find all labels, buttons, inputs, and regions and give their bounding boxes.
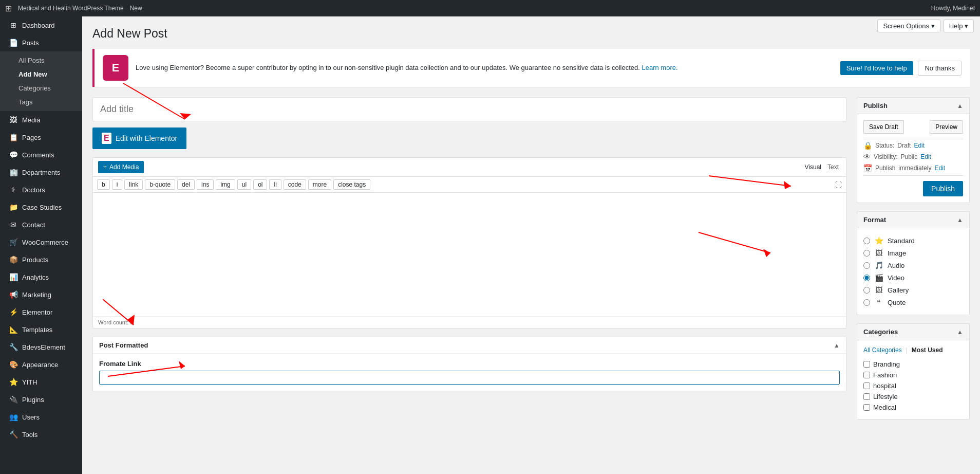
publish-panel-body: Save Draft Preview 🔒 Status: Draft Edit … [857, 114, 969, 203]
sidebar-item-pages[interactable]: 📋 Pages [0, 129, 82, 146]
format-radio-gallery[interactable] [863, 287, 870, 294]
editor-toolbar-buttons: bilinkb-quotedelinsimgulollicodemoreclos… [93, 177, 846, 193]
dashboard-icon: ⊞ [9, 21, 18, 29]
sidebar-label-products: Products [22, 256, 48, 264]
sidebar-item-case-studies[interactable]: 📁 Case Studies [0, 198, 82, 216]
format-option-standard[interactable]: ⭐ Standard [863, 234, 963, 247]
format-icon-gallery: 🖼 [874, 286, 883, 294]
category-checkbox-medical[interactable] [863, 404, 870, 411]
site-name: Medical and Health WordPress Theme [18, 5, 124, 12]
tab-text[interactable]: Text [825, 162, 841, 172]
toolbar-btn-close-tags[interactable]: close tags [333, 179, 370, 190]
post-formatted-header[interactable]: Post Formatted ▲ [93, 337, 846, 354]
sidebar-item-all-posts[interactable]: All Posts [0, 53, 82, 67]
editor-expand-icon[interactable]: ⛶ [835, 181, 842, 189]
publish-button[interactable]: Publish [923, 181, 963, 196]
editor-content-area[interactable] [93, 193, 846, 316]
sidebar-item-elementor[interactable]: ⚡ Elementor [0, 303, 82, 321]
sidebar-item-analytics[interactable]: 📊 Analytics [0, 268, 82, 286]
visibility-edit-link[interactable]: Edit [920, 153, 931, 160]
help-button[interactable]: Help ▾ [944, 20, 974, 32]
format-radio-standard[interactable] [863, 238, 870, 244]
add-media-button[interactable]: + Add Media [98, 161, 144, 173]
toolbar-btn-ul[interactable]: ul [237, 179, 251, 190]
post-title-input[interactable] [92, 97, 846, 121]
category-item-medical[interactable]: Medical [863, 402, 963, 413]
sidebar-item-appearance[interactable]: 🎨 Appearance [0, 356, 82, 373]
format-option-gallery[interactable]: 🖼 Gallery [863, 284, 963, 296]
toolbar-btn-b[interactable]: b [97, 179, 110, 190]
screen-options-button[interactable]: Screen Options ▾ [877, 20, 940, 32]
sidebar-label-templates: Templates [22, 326, 52, 334]
toolbar-btn-img[interactable]: img [216, 179, 235, 190]
sidebar-item-contact[interactable]: ✉ Contact [0, 216, 82, 233]
sidebar-item-yith[interactable]: ⭐ YITH [0, 373, 82, 391]
notice-no-thanks-button[interactable]: No thanks [918, 61, 962, 76]
toolbar-btn-del[interactable]: del [177, 179, 195, 190]
categories-panel-header[interactable]: Categories ▲ [857, 324, 969, 340]
new-label[interactable]: New [130, 5, 142, 12]
format-radio-image[interactable] [863, 250, 870, 257]
category-item-fashion[interactable]: Fashion [863, 370, 963, 380]
category-checkbox-lifestyle[interactable] [863, 393, 870, 400]
format-option-image[interactable]: 🖼 Image [863, 247, 963, 259]
fromate-link-input[interactable] [99, 371, 840, 385]
category-item-hospital[interactable]: hospital [863, 380, 963, 391]
format-option-audio[interactable]: 🎵 Audio [863, 259, 963, 271]
format-radio-audio[interactable] [863, 262, 870, 269]
notice-sure-button[interactable]: Sure! I'd love to help [840, 61, 913, 75]
sidebar-item-comments[interactable]: 💬 Comments [0, 146, 82, 163]
save-draft-button[interactable]: Save Draft [863, 120, 904, 134]
sidebar-label-media: Media [22, 116, 40, 124]
edit-with-elementor-button[interactable]: E Edit with Elementor [92, 127, 186, 149]
sidebar-item-bdevselement[interactable]: 🔧 BdevsElement [0, 338, 82, 356]
tab-visual[interactable]: Visual [803, 162, 823, 172]
preview-button[interactable]: Preview [930, 120, 963, 134]
sidebar-item-marketing[interactable]: 📢 Marketing [0, 286, 82, 303]
toolbar-btn-i[interactable]: i [112, 179, 123, 190]
plugins-icon: 🔌 [9, 395, 18, 404]
sidebar-item-departments[interactable]: 🏢 Departments [0, 163, 82, 181]
format-icon-audio: 🎵 [874, 261, 883, 269]
format-panel-header[interactable]: Format ▲ [857, 212, 969, 228]
status-edit-link[interactable]: Edit [914, 142, 925, 149]
sidebar-item-tags[interactable]: Tags [0, 95, 82, 109]
category-item-lifestyle[interactable]: Lifestyle [863, 391, 963, 402]
sidebar-item-add-new[interactable]: Add New [0, 67, 82, 81]
toolbar-btn-more[interactable]: more [308, 179, 331, 190]
sidebar-item-categories[interactable]: Categories [0, 81, 82, 95]
format-option-video[interactable]: 🎬 Video [863, 271, 963, 284]
toolbar-btn-ins[interactable]: ins [197, 179, 214, 190]
category-label-lifestyle: Lifestyle [873, 393, 898, 400]
sidebar-item-doctors[interactable]: ⚕ Doctors [0, 181, 82, 198]
toolbar-btn-ol[interactable]: ol [253, 179, 267, 190]
toolbar-btn-b-quote[interactable]: b-quote [145, 179, 175, 190]
publish-panel-header[interactable]: Publish ▲ [857, 98, 969, 114]
marketing-icon: 📢 [9, 290, 18, 299]
toolbar-btn-li[interactable]: li [269, 179, 281, 190]
sidebar-item-media[interactable]: 🖼 Media [0, 111, 82, 129]
format-radio-quote[interactable] [863, 299, 870, 306]
elementor-edit-icon: E [102, 133, 111, 144]
sidebar-item-woocommerce[interactable]: 🛒 WooCommerce [0, 233, 82, 251]
format-option-quote[interactable]: ❝ Quote [863, 296, 963, 308]
toolbar-btn-code[interactable]: code [284, 179, 306, 190]
sidebar-item-posts[interactable]: 📄 Posts [0, 34, 82, 51]
sidebar-item-products[interactable]: 📦 Products [0, 251, 82, 268]
format-radio-video[interactable] [863, 275, 870, 281]
tab-most-used[interactable]: Most Used [912, 347, 943, 354]
sidebar-item-plugins[interactable]: 🔌 Plugins [0, 391, 82, 408]
notice-learn-more-link[interactable]: Learn more. [642, 64, 678, 71]
category-checkbox-branding[interactable] [863, 361, 870, 368]
publish-date-edit-link[interactable]: Edit [934, 165, 945, 172]
sidebar-item-dashboard[interactable]: ⊞ Dashboard [0, 16, 82, 34]
category-checkbox-hospital[interactable] [863, 382, 870, 389]
sidebar-item-tools[interactable]: 🔨 Tools [0, 426, 82, 443]
users-icon: 👥 [9, 413, 18, 421]
category-checkbox-fashion[interactable] [863, 372, 870, 378]
toolbar-btn-link[interactable]: link [124, 179, 143, 190]
tab-all-categories[interactable]: All Categories [863, 347, 902, 354]
sidebar-item-users[interactable]: 👥 Users [0, 408, 82, 426]
sidebar-item-templates[interactable]: 📐 Templates [0, 321, 82, 338]
category-item-branding[interactable]: Branding [863, 359, 963, 370]
